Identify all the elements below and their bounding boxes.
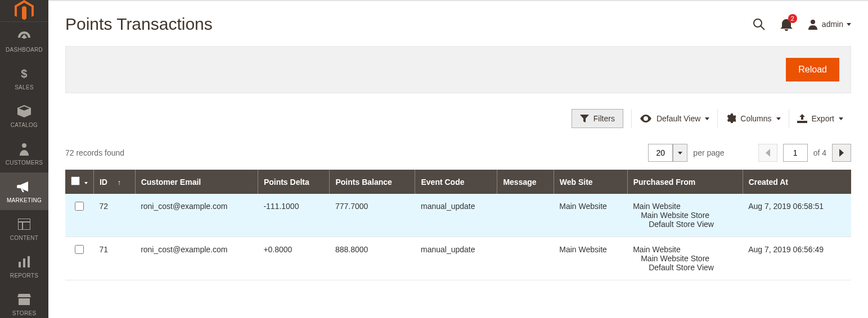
cell-created-at: Aug 7, 2019 06:58:51 [743, 194, 851, 237]
svg-rect-6 [23, 258, 25, 267]
sidebar-item-reports[interactable]: REPORTS [0, 248, 48, 285]
megaphone-icon [2, 179, 46, 194]
magento-logo-icon [15, 0, 34, 21]
sidebar-item-label: MARKETING [2, 197, 46, 203]
cell-balance: 777.7000 [330, 194, 415, 237]
svg-point-8 [754, 19, 762, 27]
reload-button[interactable]: Reload [786, 58, 839, 81]
cell-created-at: Aug 7, 2019 06:56:49 [743, 237, 851, 280]
svg-text:$: $ [21, 67, 27, 80]
sidebar-item-stores[interactable]: STORES [0, 285, 48, 318]
eye-icon [640, 115, 652, 122]
cell-website: Main Website [554, 194, 627, 237]
magento-logo[interactable] [0, 0, 48, 22]
sidebar-item-label: SALES [2, 84, 46, 90]
notifications-badge: 2 [788, 14, 797, 23]
col-purchased-from[interactable]: Purchased From [627, 170, 743, 194]
chevron-down-icon [678, 152, 682, 155]
current-page-input[interactable] [783, 144, 808, 162]
sidebar-item-dashboard[interactable]: DASHBOARD [0, 22, 48, 60]
sidebar-item-label: REPORTS [2, 272, 46, 279]
col-website[interactable]: Web Site [554, 170, 627, 194]
export-button[interactable]: Export [797, 109, 843, 128]
prev-page-button[interactable] [758, 144, 777, 162]
sidebar-item-content[interactable]: CONTENT [0, 210, 48, 248]
notifications-button[interactable]: 2 [780, 17, 793, 31]
person-icon [2, 142, 46, 156]
chevron-down-icon [839, 117, 843, 120]
filters-button[interactable]: Filters [572, 109, 623, 128]
svg-line-9 [761, 26, 764, 30]
page-size-dropdown[interactable] [673, 144, 687, 162]
sidebar-item-label: STORES [2, 310, 46, 316]
cell-delta: +0.8000 [258, 237, 330, 280]
svg-rect-7 [28, 256, 30, 267]
dollar-icon: $ [2, 66, 46, 81]
page-title: Points Transactions [65, 15, 213, 34]
search-button[interactable] [752, 17, 766, 31]
cell-event: manual_update [415, 194, 497, 237]
sidebar-item-label: CONTENT [2, 235, 46, 241]
sidebar-item-label: CUSTOMERS [2, 160, 46, 166]
cell-balance: 888.8000 [330, 237, 415, 280]
svg-point-1 [22, 143, 26, 148]
select-all-checkbox[interactable] [71, 176, 80, 185]
col-event[interactable]: Event Code [415, 170, 497, 194]
transactions-grid: ID ↑ Customer Email Points Delta Points … [65, 170, 851, 280]
svg-rect-2 [18, 219, 30, 230]
next-page-button[interactable] [832, 144, 851, 162]
col-created-at[interactable]: Created At [743, 170, 851, 194]
per-page-label: per page [693, 148, 724, 157]
chevron-down-icon [84, 182, 88, 184]
main-panel: Points Transactions 2 admin Reload [48, 0, 868, 318]
cell-id: 71 [93, 237, 135, 280]
col-message[interactable]: Message [497, 170, 554, 194]
cell-delta: -111.1000 [258, 194, 330, 237]
sidebar-item-label: DASHBOARD [2, 47, 46, 53]
col-id[interactable]: ID ↑ [93, 170, 135, 194]
page-action-bar: Reload [65, 46, 851, 93]
page-size-input[interactable] [648, 144, 673, 162]
records-found: 72 records found [65, 148, 124, 157]
sidebar-item-catalog[interactable]: CATALOG [0, 97, 48, 135]
storefront-icon [2, 292, 46, 307]
chevron-down-icon [705, 117, 709, 120]
chevron-down-icon [776, 117, 781, 120]
user-menu[interactable]: admin [807, 19, 851, 30]
cell-purchased-from: Main Website Main Website Store Default … [627, 194, 743, 237]
cell-website: Main Website [554, 237, 627, 280]
col-select-all[interactable] [65, 170, 93, 194]
grid-toolbar: Filters Default View Columns [65, 109, 851, 128]
user-icon [807, 19, 818, 30]
col-email[interactable]: Customer Email [135, 170, 258, 194]
filters-label: Filters [593, 114, 615, 123]
cell-purchased-from: Main Website Main Website Store Default … [627, 237, 743, 280]
svg-rect-5 [19, 262, 21, 267]
gauge-icon [2, 29, 46, 43]
pager: per page of 4 [648, 144, 851, 162]
funnel-icon [580, 115, 589, 122]
sidebar-item-customers[interactable]: CUSTOMERS [0, 135, 48, 172]
cell-message [497, 237, 554, 280]
sidebar-item-sales[interactable]: $ SALES [0, 60, 48, 97]
col-delta[interactable]: Points Delta [258, 170, 330, 194]
admin-sidebar: DASHBOARD $ SALES CATALOG CUSTOMERS MARK… [0, 0, 48, 318]
chevron-right-icon [839, 149, 844, 157]
default-view-label: Default View [656, 114, 700, 123]
table-row[interactable]: 71 roni_cost@example.com +0.8000 888.800… [65, 237, 851, 280]
row-checkbox[interactable] [75, 245, 84, 254]
sidebar-item-marketing[interactable]: MARKETING [0, 172, 48, 210]
default-view-button[interactable]: Default View [640, 109, 709, 128]
page-total-label: of 4 [813, 148, 826, 157]
export-icon [797, 114, 807, 123]
row-checkbox[interactable] [75, 202, 84, 211]
chevron-left-icon [765, 149, 771, 157]
sidebar-item-label: CATALOG [2, 122, 46, 128]
table-row[interactable]: 72 roni_cost@example.com -111.1000 777.7… [65, 194, 851, 237]
page-size-select[interactable] [648, 144, 687, 162]
columns-button[interactable]: Columns [726, 109, 780, 128]
col-balance[interactable]: Points Balance [330, 170, 415, 194]
bar-chart-icon [2, 255, 46, 269]
svg-point-10 [811, 20, 815, 24]
cell-message [497, 194, 554, 237]
